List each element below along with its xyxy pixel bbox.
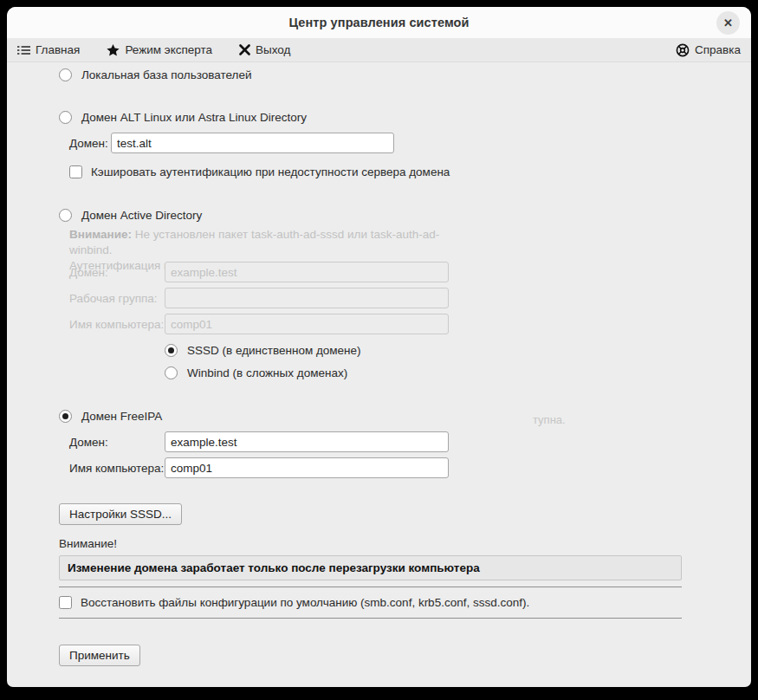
close-button[interactable]: ✕ [716, 11, 740, 35]
window-title: Центр управления системой [288, 16, 469, 29]
app-window: Центр управления системой ✕ Главная Режи… [7, 7, 751, 687]
exit-x-icon [239, 44, 250, 55]
cache-auth-row[interactable]: Кэшировать аутентификацию при недоступно… [69, 165, 450, 178]
radio-freeipa-label: Домен FreeIPA [81, 410, 162, 423]
ipa-domain-label: Домен: [69, 436, 165, 449]
ipa-hostname-input[interactable] [165, 457, 449, 478]
cache-auth-checkbox[interactable] [69, 165, 82, 178]
ad-hostname-input [165, 314, 449, 334]
star-icon [107, 44, 120, 56]
auth-settings-panel: Локальная база пользователей Домен ALT L… [7, 62, 751, 687]
ipa-domain-field-row: Домен: [69, 431, 449, 452]
radio-option-alt-domain[interactable]: Домен ALT Linux или Astra Linux Director… [59, 111, 307, 124]
ad-workgroup-field-row: Рабочая группа: [69, 288, 449, 308]
ad-hostname-label: Имя компьютера: [69, 318, 165, 331]
radio-winbind-label: Winbind (в сложных доменах) [187, 366, 347, 379]
restore-configs-row[interactable]: Восстановить файлы конфигурации по умолч… [59, 596, 529, 609]
ad-domain-input [165, 262, 449, 282]
sssd-settings-button[interactable]: Настройки SSSD... [59, 503, 182, 525]
ipa-hostname-label: Имя компьютера: [69, 462, 165, 475]
radio-option-sssd[interactable]: SSSD (в единственном домене) [165, 344, 361, 357]
separator [59, 618, 682, 619]
restore-configs-checkbox[interactable] [59, 596, 72, 609]
toolbar: Главная Режим эксперта Выход Справка [7, 38, 751, 62]
radio-sssd[interactable] [165, 344, 178, 357]
radio-option-ad-domain[interactable]: Домен Active Directory [59, 209, 202, 222]
help-lifebuoy-icon [676, 43, 690, 57]
close-icon: ✕ [723, 16, 733, 29]
radio-alt-domain[interactable] [59, 111, 72, 124]
toolbar-exit-label: Выход [256, 43, 290, 56]
radio-option-winbind[interactable]: Winbind (в сложных доменах) [165, 366, 347, 379]
ipa-hostname-field-row: Имя компьютера: [69, 457, 449, 478]
radio-alt-domain-label: Домен ALT Linux или Astra Linux Director… [81, 111, 307, 124]
toolbar-help-label: Справка [695, 43, 741, 56]
stale-text-artifact: тупна. [533, 413, 566, 426]
radio-winbind[interactable] [165, 366, 178, 379]
restore-configs-label: Восстановить файлы конфигурации по умолч… [81, 596, 529, 609]
ipa-domain-input[interactable] [165, 431, 449, 452]
list-menu-icon [17, 45, 30, 55]
radio-local-db-label: Локальная база пользователей [81, 68, 251, 81]
alt-domain-field-row: Домен: [69, 133, 394, 153]
radio-ad-domain[interactable] [59, 209, 72, 222]
toolbar-home-label: Главная [36, 43, 80, 56]
warning-title: Внимание! [59, 537, 117, 550]
ad-domain-label: Домен: [69, 266, 165, 279]
alt-domain-input[interactable] [111, 133, 394, 153]
radio-sssd-label: SSSD (в единственном домене) [187, 344, 361, 357]
toolbar-item-help[interactable]: Справка [676, 43, 741, 57]
radio-option-local-db[interactable]: Локальная база пользователей [59, 68, 251, 81]
toolbar-item-expert-mode[interactable]: Режим эксперта [107, 43, 212, 56]
radio-freeipa[interactable] [59, 410, 72, 423]
ad-workgroup-label: Рабочая группа: [69, 292, 165, 305]
ad-warning-bold: Внимание: [69, 228, 132, 241]
toolbar-item-exit[interactable]: Выход [239, 43, 290, 56]
toolbar-expert-label: Режим эксперта [125, 43, 212, 56]
radio-ad-domain-label: Домен Active Directory [81, 209, 202, 222]
radio-option-freeipa[interactable]: Домен FreeIPA [59, 410, 162, 423]
alt-domain-label: Домен: [69, 137, 111, 150]
radio-local-db[interactable] [59, 68, 72, 81]
warning-message-box: Изменение домена заработает только после… [59, 555, 682, 580]
ad-workgroup-input [165, 288, 449, 308]
titlebar: Центр управления системой ✕ [7, 7, 751, 38]
warning-message: Изменение домена заработает только после… [68, 561, 480, 574]
apply-button[interactable]: Применить [59, 645, 140, 666]
cache-auth-label: Кэшировать аутентификацию при недоступно… [91, 165, 450, 178]
toolbar-item-home[interactable]: Главная [17, 43, 80, 56]
ad-hostname-field-row: Имя компьютера: [69, 314, 449, 334]
separator [59, 587, 682, 587]
ad-domain-field-row: Домен: [69, 262, 449, 282]
